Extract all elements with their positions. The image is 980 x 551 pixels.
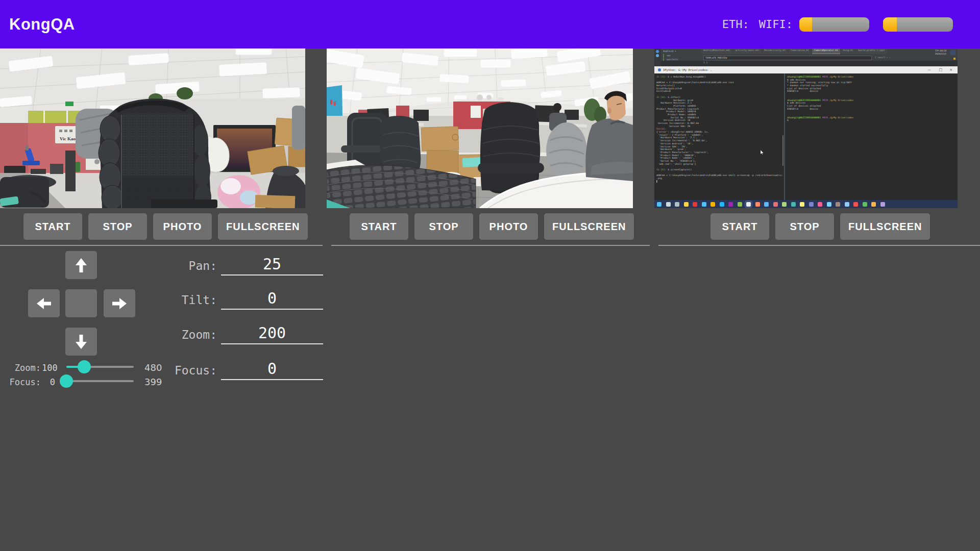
app-title: KongQA <box>9 15 75 34</box>
ide-tab-bar: AndroidManifest.xmlactivity_main.xmlMain… <box>701 48 887 54</box>
camera2-button-photo[interactable]: PHOTO <box>479 213 538 240</box>
zoom-slider-thumb[interactable] <box>78 360 91 373</box>
arrow-left-icon <box>36 297 52 310</box>
taskbar-icon-5 <box>702 202 706 207</box>
tilt-input[interactable]: 0 <box>221 289 323 310</box>
minimize-icon: — <box>927 68 931 72</box>
ide-strip: Android ▾ AndroidManifest.xmlactivity_ma… <box>654 48 958 66</box>
camera-3-feed: Android ▾ AndroidManifest.xmlactivity_ma… <box>654 48 958 208</box>
ide-status-square <box>953 58 955 60</box>
pan-up-button[interactable] <box>65 251 97 279</box>
nameplate-text: Vic Kao <box>60 136 76 141</box>
camera-1-buttons: STARTSTOPPHOTOFULLSCREEN <box>23 213 308 240</box>
focus-slider-value: 0 <box>42 377 55 387</box>
tilt-field-row: Tilt: 0 <box>153 289 323 310</box>
camera-2-image <box>327 48 633 208</box>
camera2-button-stop[interactable]: STOP <box>414 213 473 240</box>
focus-field-row: Focus: 0 <box>153 360 323 380</box>
zoom-field-label: Zoom: <box>153 328 217 344</box>
arrow-down-icon <box>75 334 88 349</box>
arrow-right-icon <box>112 297 127 310</box>
panel-2-divider <box>331 245 650 246</box>
terminal-left-pane: In [3]: k = RobotRun.kong.KongADB() ADBC… <box>656 76 782 183</box>
camera-1-image: Vic Kao <box>0 48 305 208</box>
ide-editor-line: 1 } <box>661 61 958 66</box>
close-icon: × <box>949 68 952 72</box>
camera1-button-stop[interactable]: STOP <box>88 213 147 240</box>
taskbar-icon-4 <box>693 202 697 207</box>
panel-3-divider <box>658 245 980 246</box>
focus-input[interactable]: 0 <box>221 360 323 380</box>
zoom-slider-label: Zoom: <box>0 363 41 373</box>
camera1-button-start[interactable]: START <box>23 213 82 240</box>
wifi-level-fill <box>883 17 897 32</box>
pan-field-row: Pan: 25 <box>153 255 323 276</box>
ide-project-mode: Android ▾ <box>663 50 676 53</box>
ide-tab-build-gradle-app-: build.gradle (:app) <box>856 48 887 54</box>
terminal-window-title: IPython: G:\My Drive\codes <box>663 68 707 71</box>
pan-down-button[interactable] <box>65 328 97 356</box>
ide-icon-2 <box>656 54 659 57</box>
camera2-button-fullscreen[interactable]: FULLSCREEN <box>544 213 634 240</box>
camera-1-feed: Vic Kao <box>0 48 305 208</box>
taskbar-icon-16 <box>800 202 804 207</box>
camera-2-feed <box>327 48 633 208</box>
arrow-up-icon <box>75 258 88 273</box>
wifi-label: WIFI: <box>759 18 793 31</box>
ide-tree-item-app: app <box>663 54 701 58</box>
taskbar-icon-2 <box>675 202 679 207</box>
taskbar-icon-14 <box>782 202 787 207</box>
eth-level-fill <box>799 17 812 32</box>
ide-tab-cameraview-kt: CameraView.kt <box>789 48 811 54</box>
eth-label: ETH: <box>722 18 749 31</box>
maximize-icon: □ <box>939 68 942 72</box>
camera1-button-photo[interactable]: PHOTO <box>153 213 212 240</box>
taskbar-icon-0 <box>657 202 662 207</box>
ide-tab-androidmanifest-xml: AndroidManifest.xml <box>701 48 732 54</box>
pan-field-label: Pan: <box>153 259 217 276</box>
taskbar-icon-22 <box>853 202 858 207</box>
camera3-button-fullscreen[interactable]: FULLSCREEN <box>840 213 930 240</box>
taskbar-icon-8 <box>728 202 733 207</box>
pan-right-button[interactable] <box>104 289 135 317</box>
focus-slider-thumb[interactable] <box>60 374 73 388</box>
pan-input[interactable]: 25 <box>221 255 323 276</box>
network-status: ETH: WIFI: <box>722 0 953 48</box>
wifi-level-bar <box>883 17 953 32</box>
focus-slider-track[interactable] <box>66 380 134 382</box>
tilt-field-label: Tilt: <box>153 293 217 310</box>
zoom-slider-value: 100 <box>42 363 55 373</box>
taskbar-icon-15 <box>791 202 796 207</box>
zoom-field-row: Zoom: 200 <box>153 324 323 344</box>
kongqa-app: KongQA ETH: WIFI: <box>0 0 980 551</box>
taskbar-icon-21 <box>845 202 849 207</box>
taskbar-clock: 下午 04:13 2020/12/2 <box>935 49 946 56</box>
camera2-button-start[interactable]: START <box>350 213 408 240</box>
camera3-button-start[interactable]: START <box>710 213 769 240</box>
taskbar-icon-11 <box>755 202 760 207</box>
camera-2-buttons: STARTSTOPPHOTOFULLSCREEN <box>350 213 634 240</box>
clock-date: 2020/12/2 <box>935 53 946 56</box>
terminal-window-titlebar: IPython: G:\My Drive\codes × + ⌄ — □ × <box>654 66 958 73</box>
taskbar-icon-24 <box>871 202 876 207</box>
app-header: KongQA ETH: WIFI: <box>0 0 980 48</box>
zoom-slider-track[interactable] <box>66 366 134 368</box>
focus-field-label: Focus: <box>153 364 217 380</box>
ide-search-bar: TEMPLATE_PREVIEW <box>703 56 872 60</box>
panel-1-divider <box>0 245 323 246</box>
ide-tab-mainactivity-kt: MainActivity.kt <box>763 48 788 54</box>
zoom-input[interactable]: 200 <box>221 324 323 344</box>
ide-icon <box>656 50 659 53</box>
pan-center-button[interactable] <box>65 289 97 317</box>
taskbar-icon-9 <box>738 202 742 207</box>
camera3-button-stop[interactable]: STOP <box>775 213 834 240</box>
taskbar-icon-18 <box>818 202 822 207</box>
camera1-button-fullscreen[interactable]: FULLSCREEN <box>218 213 308 240</box>
taskbar-icon-6 <box>710 202 715 207</box>
taskbar-icon-25 <box>880 202 885 207</box>
pan-left-button[interactable] <box>28 289 60 317</box>
tray-icon <box>950 50 955 55</box>
eth-level-bar <box>799 17 869 32</box>
ide-tab-activity-main-xml: activity_main.xml <box>733 48 762 54</box>
mouse-cursor-icon <box>761 150 764 155</box>
